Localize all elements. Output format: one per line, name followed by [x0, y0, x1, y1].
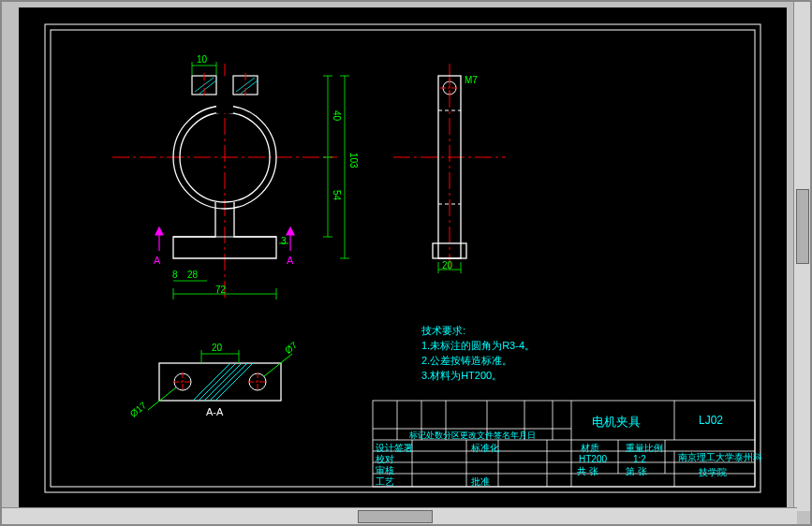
svg-line-34 — [193, 363, 230, 401]
dim-8: 8 — [172, 270, 178, 280]
svg-line-30 — [204, 363, 242, 401]
dim-sec20: 20 — [212, 343, 222, 353]
tb-common: 共 张 — [577, 465, 598, 478]
vertical-scrollbar[interactable] — [793, 2, 810, 511]
svg-line-32 — [215, 363, 253, 401]
tb-dwgno: LJ02 — [699, 414, 723, 427]
dim-10: 10 — [197, 54, 207, 65]
section-aa — [148, 354, 292, 410]
title-block-grid — [373, 401, 755, 487]
dim-28: 28 — [187, 270, 198, 280]
scrollbar-thumb-h[interactable] — [358, 510, 433, 523]
dim-40: 40 — [332, 110, 342, 121]
svg-line-41 — [148, 387, 176, 410]
horizontal-scrollbar[interactable] — [2, 507, 797, 524]
dim-72: 72 — [215, 285, 226, 295]
tb-page: 第 张 — [626, 465, 647, 478]
drawing-canvas[interactable]: 10 M7 40 103 54 8 28 72 3 20 20 Ø17 Ø7 A… — [19, 7, 787, 507]
tb-std: 标准化 — [471, 442, 499, 455]
section-arrow-a-right: A — [287, 255, 293, 266]
tb-matlabel: 材质 — [581, 442, 599, 455]
dim-m7: M7 — [465, 75, 478, 85]
svg-marker-17 — [155, 227, 163, 235]
front-view — [112, 64, 337, 298]
side-view — [393, 64, 506, 270]
svg-line-31 — [210, 363, 247, 401]
svg-line-12 — [241, 80, 258, 94]
notes-line1: 1.未标注的圆角为R3-4。 — [421, 339, 535, 353]
tb-rowheaders: 标记处数分区更改文件签名年月日 — [373, 430, 571, 442]
svg-line-33 — [199, 363, 236, 401]
tb-org2: 技学院 — [699, 466, 727, 479]
section-arrow-a-left: A — [154, 255, 160, 266]
tb-org: 南京理工大学泰州科 — [678, 451, 762, 464]
svg-line-42 — [264, 354, 292, 376]
tb-scale: 1:2 — [633, 454, 646, 464]
svg-line-10 — [199, 80, 216, 94]
tb-process: 工艺 — [376, 475, 394, 489]
notes-title: 技术要求: — [421, 324, 465, 338]
tb-material: HT200 — [579, 454, 607, 464]
dim-103: 103 — [348, 153, 359, 168]
tb-scalelabel: 重量比例 — [626, 442, 663, 455]
tb-approve: 批准 — [471, 475, 490, 489]
tb-partname: 电机夹具 — [592, 414, 641, 431]
scrollbar-thumb-v[interactable] — [796, 189, 809, 264]
dim-3: 3 — [281, 236, 287, 246]
svg-rect-0 — [45, 24, 760, 492]
dim-54: 54 — [332, 190, 342, 200]
notes-line2: 2.公差按铸造标准。 — [421, 354, 512, 368]
svg-rect-6 — [216, 76, 233, 113]
dim-side20: 20 — [442, 260, 452, 270]
notes-line3: 3.材料为HT200。 — [421, 369, 502, 383]
svg-marker-19 — [287, 227, 294, 235]
cad-window: 10 M7 40 103 54 8 28 72 3 20 20 Ø17 Ø7 A… — [0, 0, 812, 526]
section-label: A-A — [206, 406, 223, 417]
